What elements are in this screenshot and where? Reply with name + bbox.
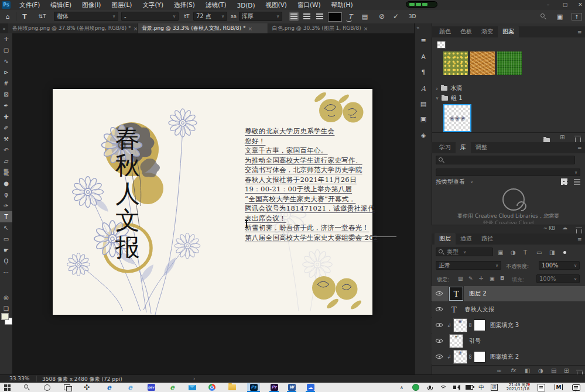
toggle-panels-icon[interactable]: ▤: [360, 12, 370, 21]
home-icon[interactable]: ⌂: [2, 12, 13, 21]
tab-color[interactable]: 颜色: [435, 26, 456, 37]
messenger-tray-icon[interactable]: [572, 383, 581, 391]
new-group-icon[interactable]: ▤: [551, 367, 556, 374]
cancel-edit-icon[interactable]: ⊘: [377, 12, 386, 21]
glyphs-panel-icon[interactable]: A: [418, 83, 429, 94]
pattern-folder-row[interactable]: › 水滴: [436, 84, 462, 92]
lasso-tool[interactable]: ∿: [0, 56, 12, 67]
library-select[interactable]: ∨: [436, 169, 580, 176]
pattern-chip[interactable]: [437, 41, 446, 49]
text-orientation-icon[interactable]: ⇅T: [35, 12, 49, 21]
letter-line[interactable]: 新雪初霁，盼吾侪于此，济济一堂春光！: [245, 223, 391, 233]
zoom-tool[interactable]: Ϙ: [0, 256, 12, 267]
layer-row[interactable]: ↲ ❀ 8 图案填充 2: [432, 349, 585, 365]
menu-file[interactable]: 文件(F): [14, 0, 45, 11]
cloud-app-taskbar-icon[interactable]: ☁: [306, 383, 315, 391]
letter-line[interactable]: 尊敬的北京大学历史系学生会: [245, 126, 391, 136]
pattern-fill-thumbnail[interactable]: ❀: [453, 350, 467, 364]
close-tab-icon[interactable]: ×: [134, 26, 138, 32]
add-layer-mask-icon[interactable]: ◧: [525, 367, 530, 374]
foreground-color-swatch[interactable]: [1, 313, 9, 320]
font-size-select[interactable]: 72 点 ∨: [193, 12, 227, 21]
letter-line[interactable]: 第八届全国高校大学生家史大赛组委会 202: [245, 233, 391, 243]
blur-tool[interactable]: ●: [0, 178, 12, 189]
share-icon[interactable]: ↑: [572, 13, 582, 20]
menu-window[interactable]: 窗口(W): [292, 0, 326, 11]
visibility-toggle[interactable]: [432, 338, 447, 345]
pattern-thumbnail-orange[interactable]: [470, 51, 495, 75]
shape-tool[interactable]: ▭: [0, 233, 12, 245]
pattern-thumbnail-selected[interactable]: ❀ ❀ ❀: [443, 104, 471, 132]
ime-language-indicator[interactable]: 中: [477, 383, 486, 391]
tool-preset-icon[interactable]: T: [19, 12, 30, 21]
lock-transparency-icon[interactable]: ▨: [458, 276, 463, 281]
text-color-swatch[interactable]: [328, 12, 342, 22]
chevron-right-icon[interactable]: ›: [436, 85, 438, 92]
cloud-sync-icon[interactable]: ☁: [562, 225, 567, 231]
tab-overflow-icon[interactable]: »: [0, 23, 8, 33]
panel-menu-icon[interactable]: ≡: [577, 145, 582, 151]
masthead-char[interactable]: 人: [112, 181, 143, 206]
clone-stamp-tool[interactable]: ⚒: [0, 133, 12, 145]
visibility-toggle[interactable]: [432, 322, 447, 329]
anti-alias-select[interactable]: 浑厚 ∨: [239, 12, 282, 21]
font-family-select[interactable]: 楷体 ∨: [54, 12, 118, 21]
zoom-level-input[interactable]: 33.33%: [9, 376, 29, 381]
chrome-browser-icon[interactable]: [207, 383, 217, 391]
new-adjustment-layer-icon[interactable]: ◑: [538, 367, 543, 374]
taskbar-clock[interactable]: 21:49 周四 2021/11/18: [502, 383, 529, 391]
battery-tray-icon[interactable]: [464, 383, 474, 391]
file-explorer-icon[interactable]: [227, 383, 237, 391]
task-view-icon[interactable]: [62, 383, 71, 391]
volume-tray-icon[interactable]: [451, 383, 460, 391]
pattern-folder-row[interactable]: ∨ 组 1: [436, 94, 463, 102]
pattern-thumbnail-grass[interactable]: [497, 51, 522, 75]
new-layer-icon[interactable]: ⊞: [564, 367, 569, 374]
pattern-fill-thumbnail[interactable]: ❀: [453, 318, 467, 332]
layer-row[interactable]: ↲ ❀ 8 图案填充 3: [432, 318, 585, 333]
status-caret-icon[interactable]: ›: [193, 376, 196, 381]
quick-mask-icon[interactable]: ◎: [0, 292, 12, 303]
layer-name[interactable]: 图层 2: [469, 290, 487, 298]
filter-pixel-layers-icon[interactable]: ▣: [498, 249, 503, 256]
letter-line[interactable]: 为推动全国高校大学生进行家史写作、: [245, 156, 391, 166]
menu-help[interactable]: 帮助(H): [326, 0, 358, 11]
menu-layer[interactable]: 图层(L): [106, 0, 137, 11]
letter-line[interactable]: 表出席会议！: [245, 214, 391, 223]
layer-comps-panel-icon[interactable]: ▤: [418, 98, 429, 109]
notes-panel-icon[interactable]: ▣: [418, 114, 429, 124]
letter-line[interactable]: 文章千古事，家国百年心。: [245, 146, 391, 156]
masthead-char[interactable]: 秋: [112, 153, 143, 178]
premiere-taskbar-icon[interactable]: Pr: [269, 383, 279, 391]
m-viewer-tray-icon[interactable]: M: [554, 383, 563, 391]
layer-style-icon[interactable]: fx: [511, 367, 516, 373]
layer-row[interactable]: ❝ 引号: [432, 333, 585, 349]
filter-shape-layers-icon[interactable]: ▭: [536, 249, 542, 256]
eraser-tool[interactable]: ▱: [0, 156, 12, 167]
tab-patterns[interactable]: 图案: [498, 26, 519, 37]
close-button[interactable]: ✕: [576, 1, 585, 9]
masthead-char[interactable]: 文: [112, 208, 143, 233]
new-pattern-icon[interactable]: ⊞: [560, 134, 565, 140]
3d-button[interactable]: 3D: [406, 12, 418, 21]
3d-panel-icon[interactable]: ◈: [418, 130, 429, 140]
layer-row[interactable]: T 春秋人文报: [432, 302, 585, 317]
wifi-tray-icon[interactable]: [438, 383, 447, 391]
letter-line[interactable]: 19：00-21：00于线上举办第八届: [245, 184, 391, 194]
word-taskbar-icon[interactable]: W: [287, 383, 296, 391]
layer-name[interactable]: 引号: [469, 337, 481, 345]
document-canvas[interactable]: 春 秋 人 文 报 尊敬的北京大学历史系学生会 您好！ 文章千古事，家国百年心。…: [53, 89, 372, 315]
doc-tab-1[interactable]: 备用玫png.png @ 37.8% (备用玫png, RGB/8) * ×: [8, 23, 138, 33]
menu-select[interactable]: 选择(S): [169, 0, 200, 11]
frame-tool[interactable]: ⊠: [0, 89, 12, 100]
crop-tool[interactable]: #: [0, 78, 12, 89]
font-style-select[interactable]: - ∨: [121, 12, 179, 21]
dodge-tool[interactable]: φ: [0, 189, 12, 200]
doc-tab-3[interactable]: 白色.png @ 30.3% (图层 1, RGB/8) ×: [268, 23, 415, 33]
text-layer-thumbnail[interactable]: T: [449, 287, 463, 301]
history-brush-tool[interactable]: ↶: [0, 145, 12, 156]
fill-input[interactable]: 100% ∨: [536, 274, 580, 283]
more-tools-icon[interactable]: ⋯: [0, 267, 12, 278]
layer-mask-thumbnail[interactable]: [474, 319, 485, 331]
tab-layers[interactable]: 图层: [435, 233, 456, 245]
